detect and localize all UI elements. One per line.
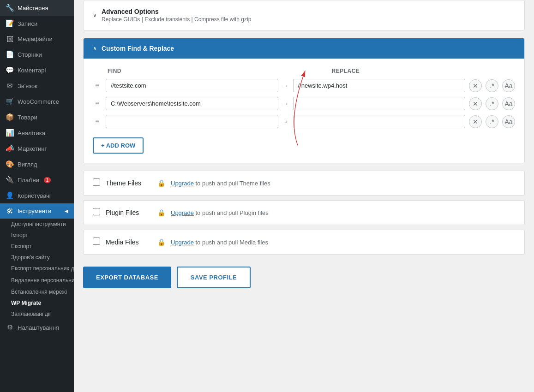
bottom-bar: EXPORT DATABASE SAVE PROFILE — [83, 259, 525, 288]
workshop-icon: 🔧 — [6, 4, 14, 12]
chevron-up-icon: ∧ — [93, 45, 97, 52]
advanced-options-subtitle: Replace GUIDs | Exclude transients | Com… — [102, 16, 251, 23]
plugin-files-section: Plugin Files 🔒 Upgrade to push and pull … — [83, 200, 525, 225]
plugin-files-upgrade-link[interactable]: Upgrade — [171, 209, 194, 216]
sidebar-item-scheduled-actions[interactable]: Заплановані дії — [6, 309, 74, 320]
sidebar-item-export-personal[interactable]: Експорт персональних даних — [6, 263, 74, 275]
theme-files-checkbox-wrap[interactable] — [93, 178, 100, 188]
theme-files-label: Theme Files — [106, 179, 152, 187]
sidebar-item-analytics[interactable]: 📊 Аналітика — [0, 125, 74, 141]
theme-files-upgrade: Upgrade to push and pull Theme files — [171, 180, 270, 187]
contacts-icon: ✉ — [6, 82, 14, 90]
save-profile-button[interactable]: SAVE PROFILE — [177, 267, 251, 288]
chevron-down-icon: ∨ — [93, 12, 97, 18]
sidebar-item-media[interactable]: 🖼 Медіафайли — [0, 31, 74, 47]
drag-handle-2[interactable]: ≡ — [93, 100, 102, 108]
marketing-icon: 📣 — [6, 144, 14, 153]
case-button-3[interactable]: Aa — [502, 115, 515, 128]
plugin-files-checkbox-wrap[interactable] — [93, 208, 100, 217]
sidebar-item-pages[interactable]: 📄 Сторінки — [0, 47, 74, 62]
cfr-header[interactable]: ∧ Custom Find & Replace — [84, 38, 524, 59]
sidebar-item-marketing[interactable]: 📣 Маркетинг — [0, 141, 74, 156]
plugin-files-label: Plugin Files — [106, 209, 152, 216]
regex-button-2[interactable]: .* — [486, 97, 498, 110]
theme-files-upgrade-link[interactable]: Upgrade — [171, 180, 194, 187]
sidebar-item-settings[interactable]: ⚙ Налаштування — [0, 320, 74, 335]
media-files-upgrade-link[interactable]: Upgrade — [171, 239, 194, 246]
analytics-icon: 📊 — [6, 129, 14, 137]
media-icon: 🖼 — [6, 35, 14, 43]
sidebar-item-products[interactable]: 📦 Товари — [0, 109, 74, 125]
replace-input-1[interactable] — [293, 79, 466, 92]
media-files-upgrade: Upgrade to push and pull Media files — [171, 239, 268, 246]
replace-column-header: REPLACE — [304, 68, 516, 74]
cfr-row-2: ≡ → ✕ .* Aa — [93, 97, 515, 110]
sidebar: 🔧 Майстерня 📝 Записи 🖼 Медіафайли 📄 Стор… — [0, 0, 74, 392]
sidebar-item-users[interactable]: 👤 Користувачі — [0, 188, 74, 203]
sidebar-item-delete-personal[interactable]: Видалення персональних даних — [6, 275, 74, 287]
plugin-files-upgrade: Upgrade to push and pull Plugin files — [171, 209, 269, 216]
media-files-label: Media Files — [106, 238, 152, 246]
sidebar-item-appearance[interactable]: 🎨 Вигляд — [0, 156, 74, 172]
pages-icon: 📄 — [6, 50, 14, 59]
advanced-options-toggle[interactable]: ∨ Advanced Options Replace GUIDs | Exclu… — [84, 0, 524, 30]
posts-icon: 📝 — [6, 19, 14, 28]
drag-handle-3[interactable]: ≡ — [93, 118, 102, 126]
users-icon: 👤 — [6, 191, 14, 200]
case-button-1[interactable]: Aa — [502, 79, 515, 92]
sidebar-item-comments[interactable]: 💬 Коментарі — [0, 62, 74, 78]
find-input-2[interactable] — [106, 97, 278, 110]
cfr-row-3: ≡ → ✕ .* Aa — [93, 115, 515, 128]
lock-icon-plugin: 🔒 — [157, 209, 165, 216]
sidebar-item-available-tools[interactable]: Доступні інструменти — [6, 219, 74, 230]
sidebar-item-wp-migrate[interactable]: WP Migrate — [6, 297, 74, 309]
plugin-files-checkbox[interactable] — [93, 208, 100, 215]
find-input-3[interactable] — [106, 115, 278, 128]
replace-input-2[interactable] — [293, 97, 466, 110]
sidebar-item-plugins[interactable]: 🔌 Плаґіни 1 — [0, 172, 74, 188]
main-content: ∨ Advanced Options Replace GUIDs | Exclu… — [74, 0, 534, 392]
find-input-1[interactable] — [106, 79, 278, 92]
add-row-button[interactable]: + ADD ROW — [93, 137, 144, 154]
case-button-2[interactable]: Aa — [502, 97, 515, 110]
products-icon: 📦 — [6, 113, 14, 121]
sidebar-item-posts[interactable]: 📝 Записи — [0, 16, 74, 31]
plugins-badge: 1 — [44, 177, 51, 183]
arrow-right-icon-3: → — [282, 118, 289, 126]
media-files-section: Media Files 🔒 Upgrade to push and pull M… — [83, 230, 525, 255]
clear-button-2[interactable]: ✕ — [469, 97, 482, 110]
tools-submenu: Доступні інструменти Імпорт Експорт Здор… — [0, 219, 74, 320]
tools-icon: 🛠 — [6, 207, 14, 215]
custom-find-replace-card: ∧ Custom Find & Replace FIND REPLACE ≡ →… — [83, 38, 525, 163]
sidebar-item-network[interactable]: Встановлення мережі — [6, 286, 74, 297]
export-database-button[interactable]: EXPORT DATABASE — [83, 267, 171, 288]
replace-input-3[interactable] — [293, 115, 466, 128]
settings-icon: ⚙ — [6, 323, 14, 332]
media-files-checkbox[interactable] — [93, 238, 100, 245]
sidebar-item-woocommerce[interactable]: 🛒 WooCommerce — [0, 94, 74, 109]
advanced-options-title: Advanced Options — [102, 8, 251, 15]
media-files-checkbox-wrap[interactable] — [93, 238, 100, 247]
lock-icon-media: 🔒 — [157, 238, 165, 246]
regex-button-3[interactable]: .* — [486, 115, 498, 128]
sidebar-item-contacts[interactable]: ✉ Зв'язок — [0, 78, 74, 94]
cfr-column-headers: FIND REPLACE — [93, 68, 515, 74]
woocommerce-icon: 🛒 — [6, 97, 14, 106]
drag-handle-1[interactable]: ≡ — [93, 82, 102, 90]
theme-files-checkbox[interactable] — [93, 178, 100, 186]
sidebar-item-site-health[interactable]: Здоров'я сайту — [6, 252, 74, 263]
sidebar-item-workshop[interactable]: 🔧 Майстерня — [0, 0, 74, 16]
find-column-header: FIND — [108, 68, 291, 74]
comments-icon: 💬 — [6, 66, 14, 74]
cfr-row-1: ≡ → ✕ .* Aa — [93, 79, 515, 92]
sidebar-item-export[interactable]: Експорт — [6, 241, 74, 252]
theme-files-section: Theme Files 🔒 Upgrade to push and pull T… — [83, 171, 525, 196]
sidebar-item-import[interactable]: Імпорт — [6, 230, 74, 241]
clear-button-3[interactable]: ✕ — [469, 115, 482, 128]
arrow-right-icon-2: → — [282, 100, 289, 108]
appearance-icon: 🎨 — [6, 160, 14, 168]
lock-icon-theme: 🔒 — [157, 179, 165, 187]
clear-button-1[interactable]: ✕ — [469, 79, 482, 92]
sidebar-item-tools[interactable]: 🛠 Інструменти ◀ — [0, 203, 74, 219]
regex-button-1[interactable]: .* — [486, 79, 498, 92]
